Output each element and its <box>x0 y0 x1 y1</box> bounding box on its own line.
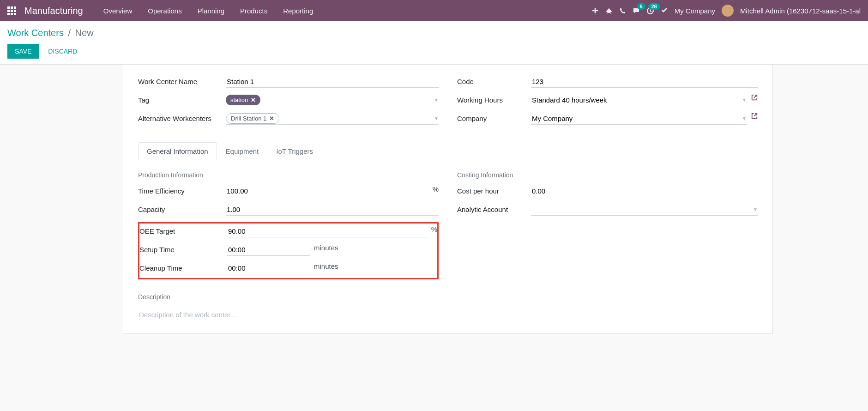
minutes-unit: minutes <box>314 262 338 270</box>
code-input[interactable] <box>531 76 758 88</box>
breadcrumb-parent[interactable]: Work Centers <box>7 28 64 38</box>
chevron-down-icon[interactable]: ▼ <box>434 97 439 103</box>
field-analytic-account: Analytic Account ▼ <box>457 204 758 218</box>
setup-input[interactable] <box>227 244 310 256</box>
alt-input[interactable] <box>279 113 432 124</box>
tab-equipment[interactable]: Equipment <box>217 142 268 160</box>
setup-label: Setup Time <box>139 244 227 254</box>
tag-input-wrap[interactable]: station✕ ▼ <box>226 94 439 106</box>
discard-button[interactable]: Discard <box>44 44 81 59</box>
top-nav: Overview Operations Planning Products Re… <box>96 3 321 18</box>
tools-icon[interactable] <box>661 7 668 14</box>
alt-label: Alternative Workcenters <box>138 113 226 122</box>
cleanup-label: Cleanup Time <box>139 262 227 272</box>
user-menu[interactable]: Mitchell Admin (16230712-saas-15-1-al <box>740 7 861 15</box>
field-capacity: Capacity <box>138 204 439 218</box>
chevron-down-icon[interactable]: ▼ <box>742 116 747 121</box>
hours-input-wrap[interactable]: ▼ <box>531 94 747 106</box>
prod-title: Production Information <box>138 171 439 179</box>
cph-input[interactable] <box>531 185 758 197</box>
chevron-down-icon[interactable]: ▼ <box>434 116 439 121</box>
cph-label: Cost per hour <box>457 185 531 195</box>
chevron-down-icon[interactable]: ▼ <box>742 97 747 103</box>
top-right: 5 28 My Company Mitchell Admin (16230712… <box>591 5 861 17</box>
nav-overview[interactable]: Overview <box>96 3 140 18</box>
cost-title: Costing Information <box>457 171 758 179</box>
code-label: Code <box>457 76 531 85</box>
alt-input-wrap[interactable]: Drill Station 1✕ ▼ <box>226 113 439 125</box>
tab-content-general: Production Information Time Efficiency %… <box>138 160 758 322</box>
app-brand[interactable]: Manufacturing <box>24 6 83 16</box>
form-right: Code Working Hours ▼ Company ▼ <box>457 76 758 131</box>
cost-col: Costing Information Cost per hour Analyt… <box>457 171 758 279</box>
tag-input[interactable] <box>260 94 432 106</box>
chevron-down-icon[interactable]: ▼ <box>753 207 758 212</box>
name-input[interactable] <box>226 76 439 88</box>
time-eff-label: Time Efficiency <box>138 185 226 195</box>
alt-remove-icon[interactable]: ✕ <box>269 115 274 122</box>
capacity-label: Capacity <box>138 204 226 213</box>
oee-input[interactable] <box>227 225 428 237</box>
messages-icon[interactable]: 5 <box>633 7 640 14</box>
desc-section: Description <box>138 293 758 322</box>
form-sheet: Work Center Name Tag station✕ ▼ Alternat… <box>123 65 773 334</box>
nav-planning[interactable]: Planning <box>190 3 232 18</box>
tab-iot-triggers[interactable]: IoT Triggers <box>267 142 322 160</box>
field-cleanup-time: Cleanup Time minutes <box>139 262 437 276</box>
activities-icon[interactable]: 28 <box>646 7 654 15</box>
name-label: Work Center Name <box>138 76 226 85</box>
general-row: Production Information Time Efficiency %… <box>138 171 758 279</box>
save-button[interactable]: Save <box>7 44 39 59</box>
external-link-icon[interactable] <box>751 94 758 102</box>
pct-unit: % <box>433 185 439 193</box>
user-avatar[interactable] <box>722 5 734 17</box>
control-panel: Work Centers / New Save Discard <box>0 21 868 65</box>
company-input[interactable] <box>531 113 740 124</box>
oee-label: OEE Target <box>139 225 227 235</box>
field-cost-per-hour: Cost per hour <box>457 185 758 199</box>
time-eff-input[interactable] <box>226 185 429 197</box>
nav-operations[interactable]: Operations <box>140 3 189 18</box>
external-link-icon[interactable] <box>751 113 758 121</box>
phone-icon[interactable] <box>619 7 626 14</box>
company-input-wrap[interactable]: ▼ <box>531 113 747 125</box>
field-time-efficiency: Time Efficiency % <box>138 185 439 199</box>
topbar: Manufacturing Overview Operations Planni… <box>0 0 868 21</box>
field-code: Code <box>457 76 758 90</box>
field-oee-target: OEE Target % <box>139 225 437 239</box>
field-name: Work Center Name <box>138 76 439 90</box>
company-label: Company <box>457 113 531 122</box>
bug-icon[interactable] <box>605 7 613 14</box>
content: Work Center Name Tag station✕ ▼ Alternat… <box>88 65 780 352</box>
form-left: Work Center Name Tag station✕ ▼ Alternat… <box>138 76 439 131</box>
prod-col: Production Information Time Efficiency %… <box>138 171 439 279</box>
alt-pill[interactable]: Drill Station 1✕ <box>226 113 279 124</box>
description-input[interactable] <box>138 307 758 322</box>
hours-label: Working Hours <box>457 94 531 104</box>
field-setup-time: Setup Time minutes <box>139 244 437 258</box>
tab-general-information[interactable]: General Information <box>138 142 217 160</box>
tag-remove-icon[interactable]: ✕ <box>251 97 256 103</box>
action-buttons: Save Discard <box>7 44 861 64</box>
tag-pill[interactable]: station✕ <box>226 95 260 105</box>
nav-reporting[interactable]: Reporting <box>276 3 320 18</box>
analytic-input-wrap[interactable]: ▼ <box>531 204 758 216</box>
minutes-unit: minutes <box>314 244 338 252</box>
activities-badge: 28 <box>648 3 659 10</box>
cleanup-input[interactable] <box>227 262 310 274</box>
company-selector[interactable]: My Company <box>675 7 715 15</box>
tabs: General Information Equipment IoT Trigge… <box>138 142 758 160</box>
apps-icon[interactable] <box>7 6 16 15</box>
breadcrumb-current: New <box>75 28 94 38</box>
highlight-box: OEE Target % Setup Time minutes Cleanup … <box>138 222 439 279</box>
analytic-input[interactable] <box>531 204 751 215</box>
hours-input[interactable] <box>531 94 740 106</box>
form-top: Work Center Name Tag station✕ ▼ Alternat… <box>138 76 758 131</box>
pct-unit: % <box>431 225 437 233</box>
field-alt-workcenters: Alternative Workcenters Drill Station 1✕… <box>138 113 439 127</box>
breadcrumb: Work Centers / New <box>7 28 861 38</box>
capacity-input[interactable] <box>226 204 439 216</box>
nav-products[interactable]: Products <box>233 3 275 18</box>
plus-icon[interactable] <box>591 7 599 14</box>
field-company: Company ▼ <box>457 113 758 127</box>
